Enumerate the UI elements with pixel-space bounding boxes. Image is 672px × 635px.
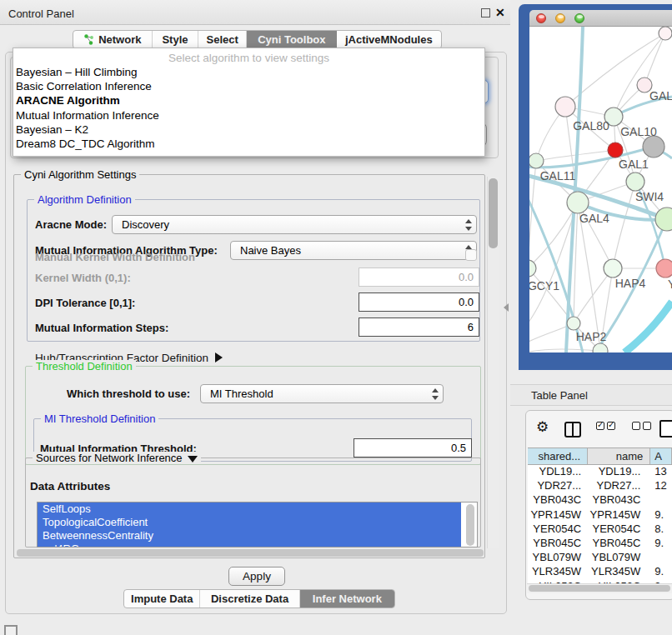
node-gal11[interactable]	[529, 153, 544, 168]
svg-text:GAL4: GAL4	[579, 212, 609, 225]
node-gal1[interactable]	[626, 172, 644, 191]
float-window-icon[interactable]	[481, 8, 490, 18]
node-red-selected[interactable]	[608, 142, 623, 158]
dpi-tolerance-label: DPI Tolerance [0,1]:	[35, 297, 135, 309]
aracne-mode-label: Aracne Mode:	[35, 218, 107, 231]
mi-threshold-field[interactable]: 0.5	[354, 438, 472, 458]
close-icon[interactable]: ✕	[495, 6, 505, 19]
svg-text:HAP4: HAP4	[615, 277, 646, 290]
table-row[interactable]: YPR145WYPR145W9.	[528, 508, 672, 522]
kernel-width-label: Kernel Width (0,1):	[35, 272, 131, 284]
node-hap2[interactable]	[567, 317, 580, 330]
sources-legend[interactable]: Sources for Network Inference	[33, 452, 201, 464]
bottom-tabs: Impute Data Discretize Data Infer Networ…	[123, 589, 395, 608]
algorithm-definition-legend: Algorithm Definition	[34, 193, 135, 206]
node-salmon[interactable]	[656, 259, 672, 278]
zoom-traffic-light-icon[interactable]	[574, 13, 584, 23]
expand-right-icon	[215, 352, 223, 362]
attribute-list-item[interactable]: SelfLoops	[38, 502, 461, 516]
attribute-list-item[interactable]: TopologicalCoefficient	[38, 516, 461, 529]
table-toolbar: ⚙	[525, 417, 672, 445]
tab-select[interactable]: Select	[198, 31, 247, 48]
aracne-mode-combo[interactable]: Discovery	[112, 215, 477, 234]
tab-network[interactable]: Network	[73, 31, 153, 48]
minimized-panel-icon[interactable]	[4, 625, 18, 635]
svg-text:GAL: GAL	[649, 89, 672, 102]
node-gcy1[interactable]	[529, 260, 536, 277]
which-threshold-label: Which threshold to use:	[67, 388, 190, 400]
cyni-settings-legend: Cyni Algorithm Settings	[21, 168, 139, 181]
table-row[interactable]: YER054CYER054C8.	[528, 522, 672, 537]
network-icon	[83, 34, 94, 45]
dropdown-item[interactable]: ARACNE Algorithm	[13, 93, 484, 108]
control-panel-titlebar[interactable]	[0, 0, 510, 25]
network-window-titlebar[interactable]	[529, 10, 672, 27]
node-bottom[interactable]	[593, 343, 608, 352]
attribute-table: shared... name A YDL19...YDL19...13YDR27…	[528, 448, 672, 583]
gear-icon[interactable]: ⚙	[536, 418, 549, 436]
kernel-width-field[interactable]: 0.0	[359, 268, 479, 287]
dropdown-item[interactable]: Bayesian – Hill Climbing	[13, 65, 484, 79]
tab-discretize-data[interactable]: Discretize Data	[200, 590, 299, 608]
table-panel-title: Table Panel	[531, 389, 588, 402]
table-row[interactable]: YDL19...YDL19...13	[528, 465, 672, 479]
collapse-down-icon	[188, 456, 198, 462]
dropdown-placeholder: Select algorithm to view settings	[13, 51, 484, 65]
control-panel-title: Control Panel	[8, 8, 74, 20]
tab-jactivemnodules[interactable]: jActiveMNodules	[337, 31, 441, 48]
table-doc-icon[interactable]	[659, 420, 672, 438]
node-gray[interactable]	[643, 136, 664, 158]
network-canvas[interactable]: GAL GAL80 GAL10 GAL1 GAL11 SWI4 GAL4 GCY…	[529, 27, 672, 352]
svg-text:HAP2: HAP2	[576, 330, 607, 343]
node-gal80[interactable]	[555, 97, 575, 117]
dropdown-item[interactable]: Dream8 DC_TDC Algorithm	[13, 137, 484, 151]
table-row[interactable]: YDR27...YDR27...12	[528, 479, 672, 493]
which-threshold-combo[interactable]: MI Threshold	[200, 384, 444, 403]
node-hap4[interactable]	[604, 259, 622, 278]
combo-arrows-icon	[464, 219, 472, 231]
close-traffic-light-icon[interactable]	[536, 13, 546, 23]
column-header-name[interactable]: name	[588, 448, 650, 464]
dpi-tolerance-field[interactable]: 0.0	[359, 292, 479, 312]
svg-text:GAL11: GAL11	[540, 169, 576, 182]
attribute-list-item[interactable]: gal4RGexp	[38, 542, 461, 548]
tab-impute-data[interactable]: Impute Data	[124, 590, 200, 608]
list-scrollbar[interactable]	[466, 504, 474, 546]
svg-text:GAL1: GAL1	[619, 158, 649, 171]
columns-icon[interactable]	[564, 422, 581, 438]
dropdown-item[interactable]: Bayesian – K2	[13, 122, 484, 137]
column-header-shared-name[interactable]: shared...	[528, 448, 588, 464]
node-swi4[interactable]	[655, 208, 672, 231]
table-row[interactable]: YLR345WYLR345W9.	[528, 565, 672, 579]
mi-steps-field[interactable]: 6	[359, 318, 479, 337]
minimize-traffic-light-icon[interactable]	[555, 13, 565, 23]
mi-algorithm-type-combo[interactable]: Naive Bayes	[230, 241, 477, 260]
table-row[interactable]: YBR043CYBR043C	[528, 493, 672, 508]
settings-scrollbar-thumb[interactable]	[489, 178, 498, 248]
dropdown-item[interactable]: Mutual Information Inference	[13, 108, 484, 122]
mi-threshold-legend: MI Threshold Definition	[41, 412, 158, 425]
dropdown-item[interactable]: Basic Correlation Inference	[13, 79, 484, 93]
column-header-partial[interactable]: A	[650, 448, 672, 464]
deselect-all-icon[interactable]	[632, 422, 651, 430]
tab-network-label: Network	[98, 33, 141, 46]
manual-kernel-checkbox[interactable]	[465, 249, 477, 261]
table-hscrollbar-thumb[interactable]	[529, 585, 670, 592]
table-row[interactable]: YBL079WYBL079W	[528, 551, 672, 565]
select-all-icon[interactable]	[596, 422, 615, 430]
data-attributes-label: Data Attributes	[30, 480, 110, 492]
tab-style[interactable]: Style	[153, 31, 199, 48]
tab-infer-network[interactable]: Infer Network	[300, 590, 394, 608]
algorithm-dropdown-popup: Select algorithm to view settings Bayesi…	[13, 48, 485, 157]
node-gal4[interactable]	[567, 192, 589, 213]
apply-button[interactable]: Apply	[228, 567, 285, 586]
splitter-collapse-icon[interactable]	[504, 303, 509, 312]
node-top-partial[interactable]	[659, 27, 672, 40]
tab-cyni-toolbox[interactable]: Cyni Toolbox	[247, 31, 337, 48]
control-panel-tabs: Network Style Select Cyni Toolbox jActiv…	[73, 30, 442, 49]
settings-hscrollbar-thumb[interactable]	[17, 549, 484, 557]
attribute-list-item[interactable]: BetweennessCentrality	[38, 529, 461, 542]
threshold-definition-legend: Threshold Definition	[33, 360, 136, 372]
table-row[interactable]: YBR045CYBR045C9.	[528, 537, 672, 551]
data-attributes-list[interactable]: SelfLoopsTopologicalCoefficientBetweenne…	[37, 502, 478, 548]
